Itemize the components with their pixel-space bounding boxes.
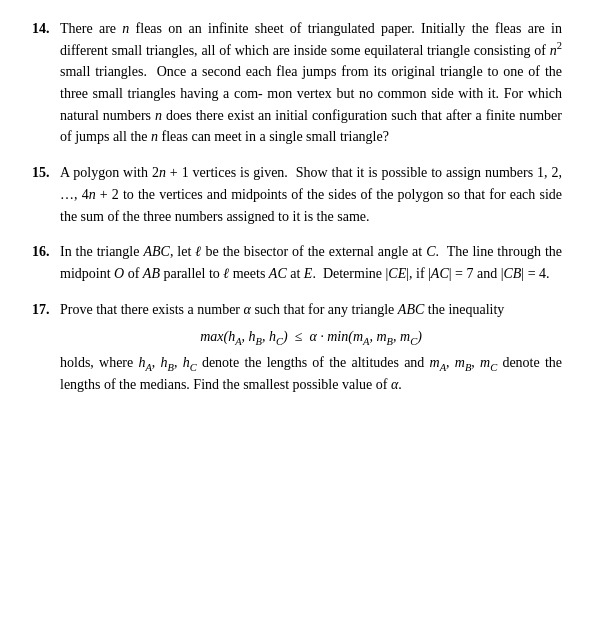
problem-14-body: There are n fleas on an infinite sheet o… xyxy=(60,18,562,148)
problem-17-body: Prove that there exists a number α such … xyxy=(60,299,562,396)
problem-15-body: A polygon with 2n + 1 vertices is given.… xyxy=(60,162,562,227)
problem-16-body: In the triangle ABC, let ℓ be the bisect… xyxy=(60,241,562,284)
problem-17-number: 17. xyxy=(32,299,60,396)
problem-15-number: 15. xyxy=(32,162,60,227)
problem-15: 15. A polygon with 2n + 1 vertices is gi… xyxy=(32,162,562,227)
problem-14: 14. There are n fleas on an infinite she… xyxy=(32,18,562,148)
problem-14-number: 14. xyxy=(32,18,60,148)
problem-16: 16. In the triangle ABC, let ℓ be the bi… xyxy=(32,241,562,284)
problem-16-number: 16. xyxy=(32,241,60,284)
problem-17: 17. Prove that there exists a number α s… xyxy=(32,299,562,396)
display-math-17: max(hA, hB, hC) ≤ α · min(mA, mB, mC) xyxy=(60,326,562,348)
